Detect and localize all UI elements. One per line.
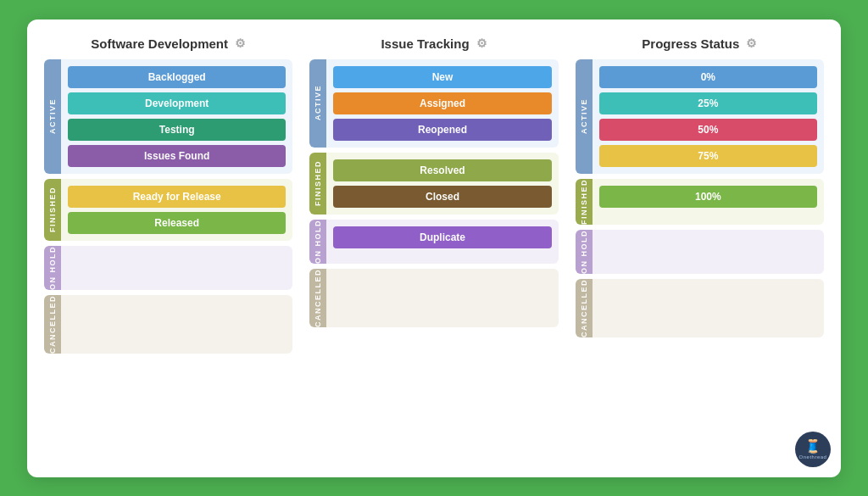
section-label-wrapper-issue-tracking-active: ACTIVE	[309, 59, 326, 148]
columns-wrapper: Software Development⚙ACTIVEBackloggedDev…	[44, 36, 824, 460]
sections-software-dev: ACTIVEBackloggedDevelopmentTestingIssues…	[44, 59, 292, 460]
section-label-wrapper-issue-tracking-finished: FINISHED	[309, 153, 326, 215]
section-label-wrapper-software-dev-active: ACTIVE	[44, 59, 61, 174]
section-software-dev-on-hold: ON HOLD	[44, 246, 292, 290]
pill-p50[interactable]: 50%	[599, 119, 817, 141]
section-label-wrapper-software-dev-cancelled: CANCELLED	[44, 295, 61, 354]
section-software-dev-finished: FINISHEDReady for ReleaseReleased	[44, 179, 292, 241]
section-issue-tracking-finished: FINISHEDResolvedClosed	[309, 153, 558, 215]
column-header-software-dev: Software Development⚙	[44, 36, 292, 51]
section-label-wrapper-progress-status-cancelled: CANCELLED	[576, 279, 593, 337]
pill-closed[interactable]: Closed	[333, 186, 551, 208]
section-label-wrapper-issue-tracking-cancelled: CANCELLED	[309, 269, 326, 327]
section-software-dev-active: ACTIVEBackloggedDevelopmentTestingIssues…	[44, 59, 292, 174]
pill-released[interactable]: Released	[68, 212, 286, 234]
logo-text: Onethread	[799, 454, 827, 460]
pill-testing[interactable]: Testing	[68, 119, 286, 141]
pill-backlogged[interactable]: Backlogged	[68, 66, 286, 88]
column-title-issue-tracking: Issue Tracking	[381, 36, 469, 51]
section-progress-status-cancelled: CANCELLED	[576, 279, 824, 337]
pill-p75[interactable]: 75%	[599, 145, 817, 167]
section-label-software-dev-cancelled: CANCELLED	[48, 295, 57, 354]
section-content-progress-status-finished: 100%	[593, 179, 824, 225]
section-label-wrapper-progress-status-on-hold: ON HOLD	[576, 230, 593, 274]
section-label-progress-status-cancelled: CANCELLED	[580, 279, 588, 337]
section-label-software-dev-active: ACTIVE	[48, 98, 57, 134]
column-title-progress-status: Progress Status	[642, 36, 739, 51]
logo: 🧵 Onethread	[795, 432, 831, 467]
section-label-wrapper-progress-status-active: ACTIVE	[576, 59, 593, 174]
section-issue-tracking-active: ACTIVENewAssignedReopened	[309, 59, 558, 148]
section-label-wrapper-software-dev-finished: FINISHED	[44, 179, 61, 241]
column-header-issue-tracking: Issue Tracking⚙	[309, 36, 558, 51]
pill-development[interactable]: Development	[68, 92, 286, 114]
section-progress-status-finished: FINISHED100%	[576, 179, 824, 225]
section-content-progress-status-active: 0%25%50%75%	[593, 59, 824, 174]
section-label-progress-status-active: ACTIVE	[580, 98, 588, 134]
column-issue-tracking: Issue Tracking⚙ACTIVENewAssignedReopened…	[309, 36, 558, 460]
column-progress-status: Progress Status⚙ACTIVE0%25%50%75%FINISHE…	[576, 36, 824, 460]
section-progress-status-active: ACTIVE0%25%50%75%	[576, 59, 824, 174]
pill-duplicate[interactable]: Duplicate	[333, 226, 551, 248]
pill-resolved[interactable]: Resolved	[333, 159, 551, 181]
section-content-software-dev-cancelled	[61, 295, 292, 354]
section-content-issue-tracking-cancelled	[326, 269, 558, 327]
pill-p0[interactable]: 0%	[599, 66, 817, 88]
pill-new[interactable]: New	[333, 66, 551, 88]
section-label-issue-tracking-finished: FINISHED	[314, 160, 322, 206]
section-label-progress-status-finished: FINISHED	[580, 179, 588, 225]
section-label-progress-status-on-hold: ON HOLD	[580, 230, 588, 274]
sections-issue-tracking: ACTIVENewAssignedReopenedFINISHEDResolve…	[309, 59, 558, 460]
section-content-software-dev-finished: Ready for ReleaseReleased	[61, 179, 292, 241]
section-content-issue-tracking-active: NewAssignedReopened	[326, 59, 558, 148]
column-software-dev: Software Development⚙ACTIVEBackloggedDev…	[44, 36, 292, 460]
sections-progress-status: ACTIVE0%25%50%75%FINISHED100%ON HOLDCANC…	[576, 59, 824, 460]
section-label-wrapper-software-dev-on-hold: ON HOLD	[44, 246, 61, 290]
column-header-progress-status: Progress Status⚙	[576, 36, 824, 51]
section-label-issue-tracking-active: ACTIVE	[314, 85, 322, 120]
section-label-wrapper-issue-tracking-on-hold: ON HOLD	[309, 220, 326, 264]
gear-icon-software-dev[interactable]: ⚙	[235, 36, 246, 50]
section-label-issue-tracking-on-hold: ON HOLD	[314, 220, 322, 264]
pill-ready-for-release[interactable]: Ready for Release	[68, 186, 286, 208]
section-content-progress-status-cancelled	[593, 279, 824, 337]
section-label-software-dev-finished: FINISHED	[48, 187, 57, 232]
section-content-progress-status-on-hold	[593, 230, 824, 274]
column-title-software-dev: Software Development	[91, 36, 228, 51]
section-content-issue-tracking-finished: ResolvedClosed	[326, 153, 558, 215]
main-card: Software Development⚙ACTIVEBackloggedDev…	[27, 20, 841, 477]
section-label-software-dev-on-hold: ON HOLD	[48, 246, 57, 290]
logo-icon: 🧵	[804, 438, 821, 454]
section-software-dev-cancelled: CANCELLED	[44, 295, 292, 354]
gear-icon-issue-tracking[interactable]: ⚙	[476, 36, 487, 50]
section-issue-tracking-cancelled: CANCELLED	[309, 269, 558, 327]
section-label-issue-tracking-cancelled: CANCELLED	[314, 269, 322, 327]
section-content-software-dev-on-hold	[61, 246, 292, 290]
section-progress-status-on-hold: ON HOLD	[576, 230, 824, 274]
pill-p25[interactable]: 25%	[599, 92, 817, 114]
section-label-wrapper-progress-status-finished: FINISHED	[576, 179, 593, 225]
section-content-software-dev-active: BackloggedDevelopmentTestingIssues Found	[61, 59, 292, 174]
section-content-issue-tracking-on-hold: Duplicate	[326, 220, 558, 264]
gear-icon-progress-status[interactable]: ⚙	[746, 36, 757, 50]
pill-p100[interactable]: 100%	[599, 186, 817, 208]
pill-issues-found[interactable]: Issues Found	[68, 145, 286, 167]
pill-assigned[interactable]: Assigned	[333, 92, 551, 114]
pill-reopened[interactable]: Reopened	[333, 119, 551, 141]
section-issue-tracking-on-hold: ON HOLDDuplicate	[309, 220, 558, 264]
